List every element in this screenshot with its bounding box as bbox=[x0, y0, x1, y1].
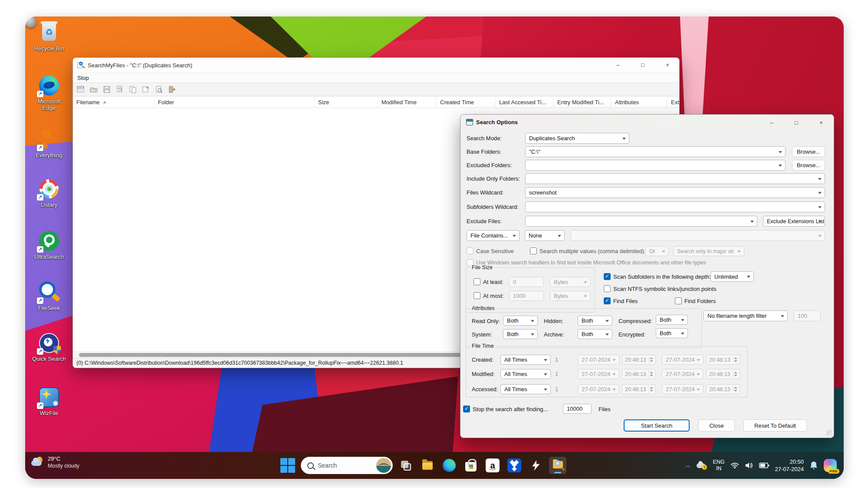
search-mode-select[interactable]: Duplicates Search bbox=[525, 133, 629, 144]
column-folder[interactable]: Folder bbox=[155, 96, 315, 108]
hidden-select[interactable]: Both bbox=[578, 316, 612, 326]
maximize-button[interactable]: □ bbox=[633, 59, 653, 71]
desktop-icon-fileseek[interactable]: ↗ FileSeek bbox=[25, 281, 73, 311]
desktop-icon-microsoft-edge[interactable]: ↗ Microsoft Edge bbox=[25, 75, 73, 111]
compressed-select[interactable]: Both bbox=[656, 315, 688, 325]
open-folder-icon[interactable] bbox=[89, 84, 99, 95]
chevron-up-icon[interactable]: ︿ bbox=[684, 462, 691, 468]
column-size[interactable]: Size bbox=[315, 96, 378, 108]
title-bar[interactable]: SearchMyFiles - "C:\" (Duplicates Search… bbox=[73, 58, 679, 73]
find-files-checkbox[interactable] bbox=[604, 297, 611, 304]
find-folders-checkbox[interactable] bbox=[675, 297, 682, 304]
volume-icon[interactable] bbox=[745, 462, 753, 469]
copy-icon[interactable] bbox=[128, 84, 138, 95]
language-indicator[interactable]: ENG IN bbox=[713, 459, 724, 472]
task-view-button[interactable] bbox=[397, 457, 414, 474]
menu-stop[interactable]: Stop bbox=[73, 75, 93, 81]
close-button[interactable]: Close bbox=[698, 419, 735, 432]
filename-length-filter-select[interactable]: No filename length filter bbox=[704, 310, 788, 321]
column-filename[interactable]: Filename bbox=[73, 96, 155, 108]
edge-icon bbox=[443, 459, 456, 472]
close-button[interactable]: × bbox=[811, 116, 831, 129]
weather-widget[interactable]: 29°C Mostly cloudy bbox=[31, 455, 79, 469]
spinner-up-down-icon[interactable] bbox=[733, 370, 738, 378]
battery-icon[interactable] bbox=[759, 462, 769, 469]
start-search-button[interactable]: Start Search bbox=[624, 419, 690, 432]
desktop-icon-recycle-bin[interactable]: ♻ Recycle Bin bbox=[25, 22, 73, 52]
stop-after-checkbox[interactable] bbox=[463, 406, 470, 412]
system-select[interactable]: Both bbox=[503, 329, 538, 339]
at-most-checkbox[interactable] bbox=[473, 292, 480, 299]
microsoft-store-button[interactable] bbox=[462, 457, 480, 474]
stop-after-input[interactable]: 10000 bbox=[563, 404, 592, 414]
case-sensitive-checkbox[interactable] bbox=[467, 247, 473, 254]
column-created-time[interactable]: Created Time bbox=[437, 96, 496, 108]
column-modified-time[interactable]: Modified Time bbox=[378, 96, 437, 108]
minimize-button[interactable]: – bbox=[608, 59, 628, 71]
search-options-icon[interactable] bbox=[76, 84, 86, 95]
created-mode-select[interactable]: All Times bbox=[500, 355, 551, 365]
depth-select[interactable]: Unlimited bbox=[710, 271, 754, 282]
exclude-extensions-select[interactable]: Exclude Extensions List bbox=[763, 216, 825, 227]
desktop-icon-ultrasearch[interactable]: ↗ UltraSearch bbox=[25, 230, 73, 260]
powertoys-button[interactable] bbox=[527, 457, 545, 474]
excluded-folders-input[interactable] bbox=[525, 160, 786, 171]
dialog-app-icon bbox=[466, 119, 473, 125]
search-daily-image[interactable] bbox=[376, 458, 391, 473]
desktop-icon-quick-search[interactable]: ↗ Quick Search bbox=[25, 332, 73, 362]
multiple-values-checkbox[interactable] bbox=[530, 247, 537, 254]
find-icon[interactable] bbox=[154, 84, 164, 95]
desktop-icon-everything[interactable]: ↗ Everything bbox=[25, 129, 73, 158]
browse-base-button[interactable]: Browse... bbox=[792, 146, 825, 157]
read-only-select[interactable]: Both bbox=[503, 316, 538, 326]
maximize-button[interactable]: □ bbox=[786, 116, 806, 129]
desktop-icon-wizfile[interactable]: ↗ WizFile bbox=[25, 386, 73, 416]
wifi-icon[interactable] bbox=[730, 461, 739, 470]
refresh-icon[interactable] bbox=[115, 84, 125, 95]
column-extension[interactable]: Exte bbox=[667, 96, 679, 108]
cloud-alert-icon[interactable]: ! bbox=[697, 462, 707, 469]
save-icon[interactable] bbox=[102, 84, 112, 95]
encrypted-select[interactable]: Both bbox=[656, 328, 688, 338]
include-only-folders-input[interactable] bbox=[525, 173, 825, 184]
resize-grip[interactable] bbox=[826, 430, 832, 436]
base-folders-input[interactable]: "C:\" bbox=[525, 146, 786, 157]
spinner-up-down-icon[interactable] bbox=[733, 386, 738, 393]
scan-subfolders-checkbox[interactable] bbox=[604, 273, 611, 280]
minimize-button[interactable]: – bbox=[762, 116, 782, 129]
reset-to-default-button[interactable]: Reset To Default bbox=[743, 419, 807, 432]
start-button[interactable] bbox=[279, 457, 296, 474]
browse-excluded-button[interactable]: Browse... bbox=[792, 160, 825, 171]
dropbox-button[interactable] bbox=[506, 457, 523, 474]
column-entry-modified[interactable]: Entry Modified Ti... bbox=[554, 96, 612, 108]
accessed-mode-select[interactable]: All Times bbox=[500, 384, 551, 394]
notification-bell-icon[interactable] bbox=[809, 461, 818, 470]
copilot-icon[interactable]: PRE bbox=[824, 459, 837, 472]
properties-icon[interactable] bbox=[141, 84, 151, 95]
exclude-files-input[interactable] bbox=[525, 216, 757, 227]
searchmyfiles-taskbar-button[interactable] bbox=[549, 457, 566, 474]
exit-icon[interactable] bbox=[167, 84, 177, 95]
contains-mode-select[interactable]: None bbox=[525, 230, 565, 241]
at-least-checkbox[interactable] bbox=[473, 278, 480, 285]
archive-select[interactable]: Both bbox=[578, 329, 612, 339]
column-attributes[interactable]: Attributes bbox=[612, 96, 667, 108]
subfolders-wildcard-input[interactable] bbox=[525, 201, 825, 212]
clock[interactable]: 20:50 27-07-2024 bbox=[775, 458, 804, 473]
file-explorer-button[interactable] bbox=[419, 457, 436, 474]
modified-mode-select[interactable]: All Times bbox=[500, 369, 551, 379]
spinner-up-down-icon[interactable] bbox=[648, 386, 654, 393]
spinner-up-down-icon[interactable] bbox=[648, 356, 654, 363]
close-button[interactable]: × bbox=[658, 59, 677, 71]
column-last-accessed[interactable]: Last Accessed Ti... bbox=[496, 96, 554, 108]
dialog-title-bar[interactable]: Search Options – □ × bbox=[460, 115, 834, 130]
files-wildcard-input[interactable]: screenshot bbox=[525, 187, 825, 198]
taskbar-search-box[interactable]: Search bbox=[301, 457, 393, 474]
spinner-up-down-icon[interactable] bbox=[648, 370, 654, 378]
edge-button[interactable] bbox=[441, 457, 458, 474]
spinner-up-down-icon[interactable] bbox=[733, 356, 738, 363]
scan-ntfs-checkbox[interactable] bbox=[604, 285, 611, 292]
desktop-icon-listary[interactable]: ↗ Listary bbox=[25, 178, 73, 208]
amazon-button[interactable]: a bbox=[484, 457, 501, 474]
file-contains-select[interactable]: File Contains... bbox=[467, 230, 519, 241]
